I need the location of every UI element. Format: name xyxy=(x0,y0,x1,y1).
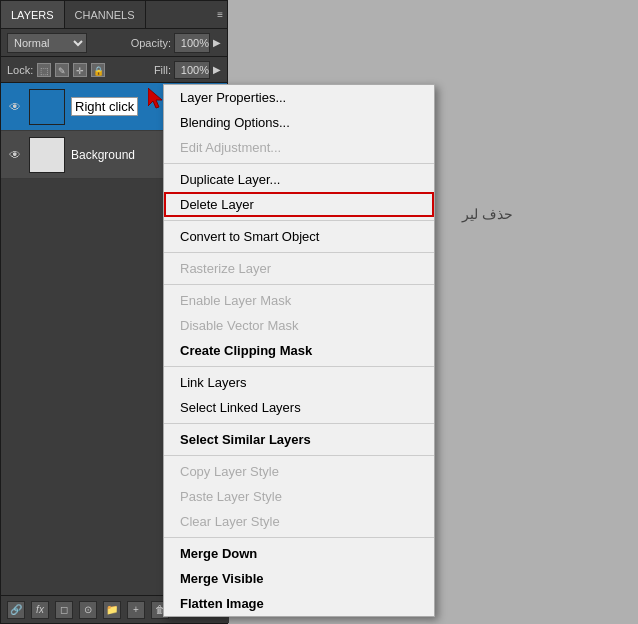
adjustment-button[interactable]: ⊙ xyxy=(79,601,97,619)
panel-menu-icon[interactable]: ≡ xyxy=(217,9,223,20)
ctx-sep-4 xyxy=(164,284,434,285)
fill-group: Fill: ▶ xyxy=(154,61,221,79)
ctx-paste-style: Paste Layer Style xyxy=(164,484,434,509)
ctx-delete-layer[interactable]: Delete Layer xyxy=(164,192,434,217)
fx-button[interactable]: fx xyxy=(31,601,49,619)
ctx-sep-8 xyxy=(164,537,434,538)
tab-layers-label: LAYERS xyxy=(11,9,54,21)
ctx-sep-2 xyxy=(164,220,434,221)
context-menu: Layer Properties... Blending Options... … xyxy=(163,84,435,617)
opacity-group: Opacity: ▶ xyxy=(131,33,221,53)
link-layers-button[interactable]: 🔗 xyxy=(7,601,25,619)
tab-channels-label: CHANNELS xyxy=(75,9,135,21)
ctx-sep-3 xyxy=(164,252,434,253)
arabic-label: حذف لير xyxy=(462,206,513,222)
ctx-select-linked[interactable]: Select Linked Layers xyxy=(164,395,434,420)
panel-tabs: LAYERS CHANNELS ≡ xyxy=(1,1,227,29)
panel-tab-icons: ≡ xyxy=(217,9,227,20)
ctx-blending-options[interactable]: Blending Options... xyxy=(164,110,434,135)
new-layer-button[interactable]: + xyxy=(127,601,145,619)
layer-name-0: Right click xyxy=(71,97,138,116)
ctx-link-layers[interactable]: Link Layers xyxy=(164,370,434,395)
lock-label: Lock: xyxy=(7,64,33,76)
layer-thumb-1 xyxy=(29,137,65,173)
fill-arrow[interactable]: ▶ xyxy=(213,64,221,75)
ctx-edit-adjustment: Edit Adjustment... xyxy=(164,135,434,160)
eye-icon-1[interactable]: 👁 xyxy=(7,147,23,163)
add-mask-button[interactable]: ◻ xyxy=(55,601,73,619)
tab-layers[interactable]: LAYERS xyxy=(1,1,65,28)
lock-fill-row: Lock: ⬚ ✎ ✛ 🔒 Fill: ▶ xyxy=(1,57,227,83)
ctx-rasterize: Rasterize Layer xyxy=(164,256,434,281)
svg-marker-0 xyxy=(148,88,162,108)
ctx-sep-1 xyxy=(164,163,434,164)
new-group-button[interactable]: 📁 xyxy=(103,601,121,619)
ctx-sep-5 xyxy=(164,366,434,367)
lock-all-icon[interactable]: 🔒 xyxy=(91,63,105,77)
ctx-sep-6 xyxy=(164,423,434,424)
ctx-merge-down[interactable]: Merge Down xyxy=(164,541,434,566)
blend-mode-select[interactable]: Normal xyxy=(7,33,87,53)
ctx-sep-7 xyxy=(164,455,434,456)
ctx-merge-visible[interactable]: Merge Visible xyxy=(164,566,434,591)
fill-label: Fill: xyxy=(154,64,171,76)
lock-transparent-icon[interactable]: ⬚ xyxy=(37,63,51,77)
layer-name-1: Background xyxy=(71,148,135,162)
ctx-copy-style: Copy Layer Style xyxy=(164,459,434,484)
eye-icon-0[interactable]: 👁 xyxy=(7,99,23,115)
blend-opacity-row: Normal Opacity: ▶ xyxy=(1,29,227,57)
opacity-label: Opacity: xyxy=(131,37,171,49)
tab-channels[interactable]: CHANNELS xyxy=(65,1,146,28)
ctx-flatten-image[interactable]: Flatten Image xyxy=(164,591,434,616)
lock-draw-icon[interactable]: ✎ xyxy=(55,63,69,77)
ctx-clear-style: Clear Layer Style xyxy=(164,509,434,534)
lock-move-icon[interactable]: ✛ xyxy=(73,63,87,77)
layer-thumb-0 xyxy=(29,89,65,125)
ctx-enable-mask: Enable Layer Mask xyxy=(164,288,434,313)
ctx-convert-smart[interactable]: Convert to Smart Object xyxy=(164,224,434,249)
ctx-duplicate-layer[interactable]: Duplicate Layer... xyxy=(164,167,434,192)
opacity-input[interactable] xyxy=(174,33,210,53)
ctx-disable-vector: Disable Vector Mask xyxy=(164,313,434,338)
ctx-create-clipping[interactable]: Create Clipping Mask xyxy=(164,338,434,363)
opacity-arrow[interactable]: ▶ xyxy=(213,37,221,48)
ctx-select-similar[interactable]: Select Similar Layers xyxy=(164,427,434,452)
fill-input[interactable] xyxy=(174,61,210,79)
ctx-layer-properties[interactable]: Layer Properties... xyxy=(164,85,434,110)
